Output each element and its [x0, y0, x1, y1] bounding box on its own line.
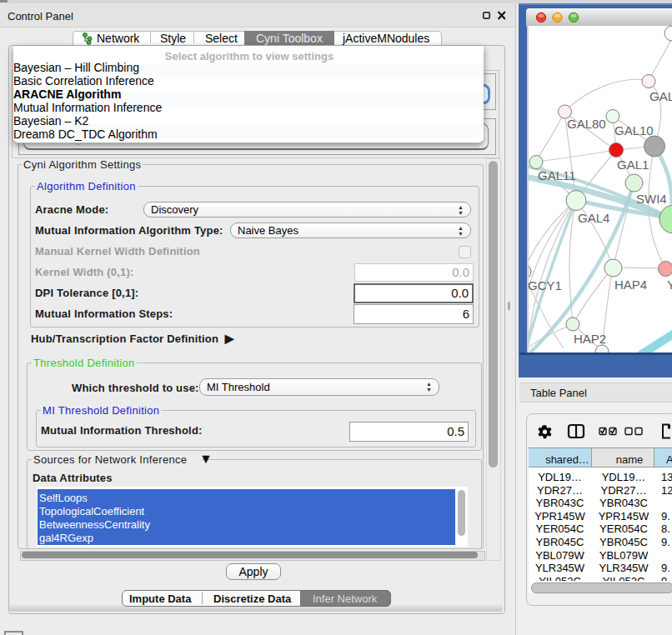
svg-text:YE: YE — [667, 278, 672, 292]
svg-text:GAL2: GAL2 — [649, 89, 672, 103]
svg-text:GAL10: GAL10 — [614, 123, 654, 138]
svg-text:GAL4: GAL4 — [578, 211, 609, 225]
svg-text:GAL1: GAL1 — [617, 158, 649, 172]
svg-text:GAL80: GAL80 — [567, 117, 606, 131]
svg-text:HAP4: HAP4 — [614, 278, 647, 292]
svg-text:GAL11: GAL11 — [538, 168, 576, 182]
svg-text:GCY1: GCY1 — [529, 278, 562, 292]
svg-text:HAP2: HAP2 — [574, 332, 606, 346]
svg-text:SWI4: SWI4 — [636, 192, 667, 206]
